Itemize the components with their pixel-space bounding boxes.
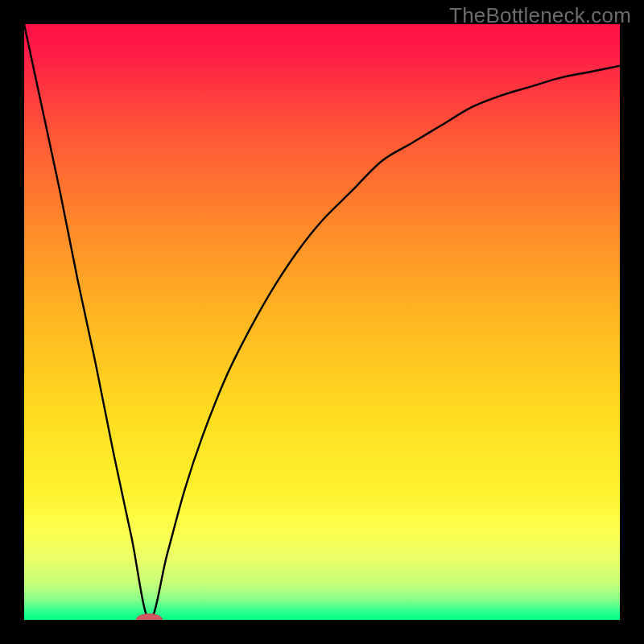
plot-area <box>24 24 620 620</box>
watermark-text: TheBottleneck.com <box>449 3 631 28</box>
gradient-background <box>24 24 620 620</box>
bottleneck-chart <box>24 24 620 620</box>
chart-frame: TheBottleneck.com <box>0 0 644 644</box>
